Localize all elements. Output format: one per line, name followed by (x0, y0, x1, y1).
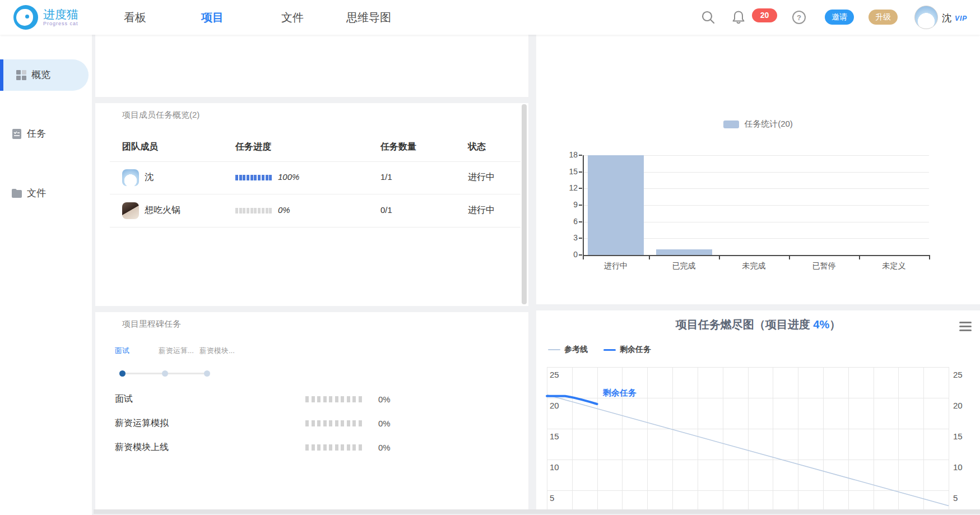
milestone-panel-title: 项目里程碑任务 (122, 319, 181, 330)
y-axis-label: 9 (555, 200, 578, 209)
y-axis-tick (579, 221, 582, 222)
x-axis-tick (719, 256, 720, 259)
legend-label: 任务统计(20) (744, 119, 793, 129)
y-axis-tick (579, 254, 582, 256)
progress-percent: 100% (278, 172, 299, 182)
milestone-progress-bar (305, 420, 362, 426)
status-text: 进行中 (468, 171, 495, 183)
sidebar-item-2[interactable]: 文件 (0, 178, 92, 209)
x-axis-tick (859, 256, 860, 259)
milestone-task-name: 薪资模块上线 (115, 442, 169, 453)
status-text: 进行中 (468, 205, 495, 216)
bottom-scroll-strip[interactable] (94, 509, 980, 514)
help-icon[interactable]: ? (791, 10, 807, 25)
y-axis-label: 0 (555, 250, 578, 259)
bell-icon[interactable] (731, 10, 746, 25)
milestone-step-label-0[interactable]: 面试 (115, 346, 129, 356)
milestone-progress-bar (305, 396, 362, 402)
y-axis-tick (579, 188, 582, 189)
sidebar-item-label: 文件 (27, 178, 46, 209)
x-axis-tick (929, 256, 930, 259)
milestone-task-name: 面试 (115, 393, 133, 405)
nav-item-1[interactable]: 项目 (201, 0, 224, 35)
nav-item-0[interactable]: 看板 (124, 0, 146, 35)
milestone-progress-percent: 0% (378, 419, 391, 428)
y-axis-tick (579, 171, 582, 173)
active-item-indicator (0, 59, 3, 91)
left-top-card (95, 35, 528, 97)
task-stats-chart-card: 任务统计(20) 0369121518进行中已完成未完成已暂停未定义 (536, 35, 980, 304)
milestone-task-row[interactable]: 薪资模块上线0% (115, 442, 506, 455)
upgrade-button[interactable]: 升级 (868, 10, 898, 25)
folder-icon (11, 188, 22, 199)
column-header-0: 团队成员 (122, 141, 158, 153)
task-count: 1/1 (380, 172, 392, 182)
milestone-progress-percent: 0% (378, 443, 391, 452)
milestone-step-dot-2[interactable] (204, 370, 210, 377)
app-subtitle: Progress cat (43, 21, 78, 26)
burndown-chart-card: 项目任务燃尽图（项目进度 4%） 参考线 剩余任务 25252020151510… (536, 310, 980, 509)
milestone-task-row[interactable]: 面试0% (115, 393, 506, 407)
member-row[interactable]: 沈100%1/1进行中 (95, 161, 528, 194)
milestone-step-label-2[interactable]: 薪资模块... (199, 346, 235, 356)
progress-cat-app: { "topbar": { "logo": { "title": "进度猫", … (0, 0, 980, 515)
milestone-step-dot-0[interactable] (119, 370, 126, 377)
sidebar: 概览任务文件 (0, 35, 92, 515)
member-task-panel: 项目成员任务概览(2) 团队成员任务进度任务数量状态 沈100%1/1进行中想吃… (95, 103, 528, 306)
milestone-task-row[interactable]: 薪资运算模拟0% (115, 417, 506, 431)
girl-avatar (122, 202, 139, 219)
task-progress-bar (235, 208, 272, 214)
burndown-lines (536, 310, 980, 509)
user-avatar[interactable] (914, 6, 938, 29)
y-axis-tick (579, 155, 582, 156)
y-axis-label: 6 (555, 217, 578, 226)
topbar: 进度猫 Progress cat 看板项目文件思维导图 20 ? 邀请 升级 沈… (0, 0, 980, 35)
app-title: 进度猫 (43, 8, 78, 21)
column-header-2: 任务数量 (380, 141, 416, 153)
sidebar-item-label: 任务 (27, 118, 46, 150)
cat-logo-icon (13, 5, 38, 30)
search-icon[interactable] (700, 10, 716, 25)
bar-已完成[interactable] (656, 249, 712, 255)
white-cat-avatar (122, 169, 139, 186)
member-row[interactable]: 想吃火锅0%0/1进行中 (95, 194, 528, 228)
bar-进行中[interactable] (588, 155, 644, 255)
vertical-scrollbar-thumb[interactable] (522, 104, 527, 304)
x-category-label: 已暂停 (796, 261, 852, 271)
svg-text:?: ? (797, 13, 801, 22)
nav-item-2[interactable]: 文件 (281, 0, 304, 35)
grid-icon (16, 69, 27, 81)
bar-chart-legend[interactable]: 任务统计(20) (536, 119, 980, 129)
app-logo[interactable]: 进度猫 Progress cat (13, 5, 78, 30)
y-axis-label: 3 (555, 233, 578, 242)
sidebar-item-1[interactable]: 任务 (0, 118, 92, 150)
tasks-icon (11, 128, 22, 140)
nav-item-3[interactable]: 思维导图 (346, 0, 391, 35)
column-header-3: 状态 (468, 141, 486, 153)
member-name: 沈 (145, 171, 154, 183)
invite-button[interactable]: 邀请 (825, 10, 854, 25)
reference-line (547, 395, 949, 506)
user-name: 沈 (942, 12, 951, 25)
sidebar-item-0[interactable]: 概览 (0, 59, 92, 91)
y-axis-tick (579, 205, 582, 206)
remaining-tasks-annotation: 剩余任务 (603, 388, 637, 398)
x-category-label: 进行中 (588, 261, 644, 271)
milestone-step-dot-1[interactable] (162, 370, 168, 377)
notification-badge[interactable]: 20 (752, 8, 777, 22)
milestone-task-name: 薪资运算模拟 (115, 417, 169, 429)
milestone-progress-bar (305, 444, 362, 451)
member-name: 想吃火锅 (145, 205, 180, 216)
x-axis-tick (789, 256, 790, 259)
x-axis-tick (649, 256, 650, 259)
y-axis-line (583, 155, 584, 255)
x-category-label: 已完成 (656, 261, 712, 271)
sidebar-item-label: 概览 (31, 59, 50, 91)
y-axis-label: 12 (555, 183, 578, 192)
x-axis-line (583, 255, 930, 256)
y-axis-label: 15 (555, 167, 578, 176)
milestone-progress-percent: 0% (378, 395, 391, 404)
y-axis-tick (579, 238, 582, 239)
milestone-step-label-1[interactable]: 薪资运算... (159, 346, 194, 356)
column-header-1: 任务进度 (235, 141, 271, 153)
